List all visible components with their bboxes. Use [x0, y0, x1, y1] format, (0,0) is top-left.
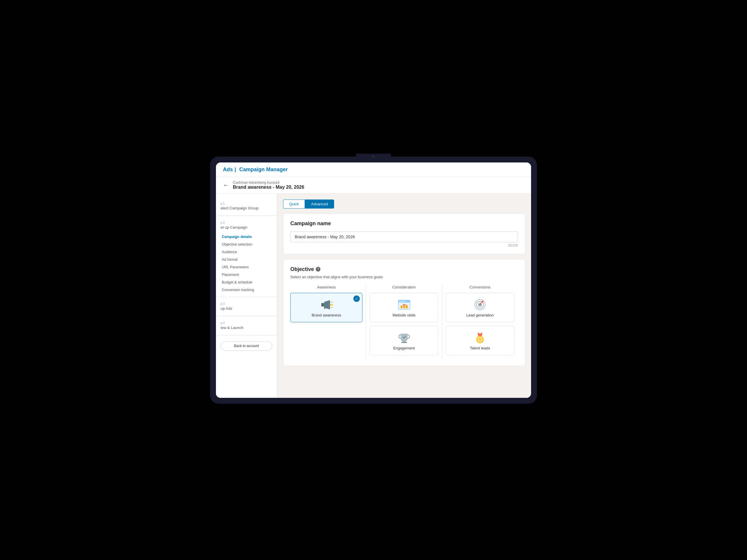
engagement-card[interactable]: Engagement [370, 326, 438, 355]
step1-title: elect Campaign Group [221, 206, 272, 210]
step3-title: up Ads [221, 306, 272, 311]
sidebar-nav-campaign-details[interactable]: Campaign details [216, 233, 277, 241]
toggle-bar: Quick Advanced [283, 199, 525, 209]
brand-awareness-label: Brand awareness [295, 313, 357, 317]
awareness-header: Awareness [290, 285, 362, 289]
engagement-icon [375, 331, 433, 346]
back-to-account-button[interactable]: Back to account [221, 341, 272, 351]
objective-columns: Awareness ✓ [290, 285, 518, 359]
app-title: Ads| Campaign Manager [223, 166, 288, 173]
svg-rect-15 [406, 305, 408, 308]
camera-dot [372, 156, 375, 158]
lead-generation-label: Lead generation [450, 313, 510, 317]
svg-line-6 [331, 307, 332, 308]
step1-label: p 1 [221, 202, 272, 205]
sidebar-nav-audience[interactable]: Audience [216, 248, 277, 256]
help-icon[interactable]: ? [316, 267, 320, 271]
svg-rect-13 [401, 306, 403, 308]
app-title-sep: | [235, 166, 236, 172]
svg-point-12 [404, 301, 405, 302]
sidebar-step-2: p 2 et up Campaign [216, 219, 277, 232]
sidebar-step-1: p 1 elect Campaign Group [216, 199, 277, 213]
selected-check-icon: ✓ [353, 295, 360, 302]
step2-title: et up Campaign [221, 225, 272, 230]
lead-generation-card[interactable]: Lead generation [445, 293, 514, 322]
svg-line-4 [331, 302, 332, 302]
sidebar-nav-conversion[interactable]: Conversion tracking [216, 286, 277, 294]
back-arrow-icon[interactable]: ← [223, 182, 229, 188]
breadcrumb-campaign: Brand awareness - May 20, 2026 [233, 185, 304, 190]
campaign-name-title: Campaign name [290, 220, 518, 226]
objective-card: Objective ? Select an objective that ali… [283, 259, 525, 366]
svg-rect-2 [324, 306, 325, 309]
sidebar-nav-budget[interactable]: Budget & schedule [216, 278, 277, 286]
sidebar-step-3: p 3 up Ads [216, 300, 277, 313]
step4-title: iew & Launch [221, 325, 272, 330]
svg-text:1: 1 [479, 338, 481, 341]
char-count: 30/200 [290, 243, 518, 247]
advanced-toggle-button[interactable]: Advanced [305, 199, 334, 209]
talent-leads-label: Talent leads [450, 346, 510, 350]
main-layout: p 1 elect Campaign Group p 2 et up Campa… [216, 194, 531, 398]
breadcrumb-info: Cushman Advertising Account Brand awaren… [233, 181, 304, 190]
objective-subtitle: Select an objective that aligns with you… [290, 275, 518, 279]
sidebar-nav-url-params[interactable]: URL Parameters [216, 263, 277, 271]
campaign-name-card: Campaign name 30/200 [283, 213, 525, 254]
conversions-column: Conversions [442, 285, 518, 359]
sidebar: p 1 elect Campaign Group p 2 et up Campa… [216, 194, 277, 398]
lead-generation-icon [450, 298, 510, 313]
website-visits-card[interactable]: Website visits [370, 293, 438, 322]
svg-point-11 [402, 301, 403, 302]
awareness-column: Awareness ✓ [290, 285, 366, 359]
sidebar-nav-placement[interactable]: Placement [216, 271, 277, 278]
campaign-name-input[interactable] [290, 231, 518, 242]
step2-label: p 2 [221, 221, 272, 224]
quick-toggle-button[interactable]: Quick [283, 199, 305, 209]
engagement-label: Engagement [375, 346, 433, 350]
website-visits-icon [375, 298, 433, 313]
app-title-prefix: Ads [223, 166, 233, 172]
step3-label: p 3 [221, 302, 272, 305]
sidebar-step-4: p 4 iew & Launch [216, 319, 277, 332]
objective-title: Objective [290, 266, 314, 272]
website-visits-label: Website visits [375, 313, 433, 317]
talent-leads-icon: 1 [450, 331, 510, 346]
breadcrumb-account: Cushman Advertising Account [233, 181, 304, 185]
svg-point-20 [478, 303, 482, 306]
content-area: Quick Advanced Campaign name 30/200 Obje… [277, 194, 531, 398]
conversions-header: Conversions [445, 285, 514, 289]
svg-point-3 [330, 304, 332, 306]
step4-label: p 4 [221, 321, 272, 325]
brand-awareness-icon [295, 298, 357, 313]
app-header: Ads| Campaign Manager [216, 162, 531, 177]
consideration-column: Consideration [366, 285, 442, 359]
talent-leads-card[interactable]: 1 Talent leads [445, 326, 514, 355]
sidebar-nav-ad-format[interactable]: Ad format [216, 256, 277, 263]
sidebar-nav-objective[interactable]: Objective selection [216, 241, 277, 248]
app-title-suffix: Campaign Manager [239, 166, 288, 172]
svg-point-10 [400, 301, 401, 302]
svg-rect-17 [401, 342, 407, 343]
brand-awareness-card[interactable]: ✓ [290, 293, 362, 322]
svg-rect-0 [321, 303, 324, 306]
breadcrumb-bar: ← Cushman Advertising Account Brand awar… [216, 177, 531, 194]
objective-header: Objective ? [290, 266, 518, 272]
consideration-header: Consideration [370, 285, 438, 289]
